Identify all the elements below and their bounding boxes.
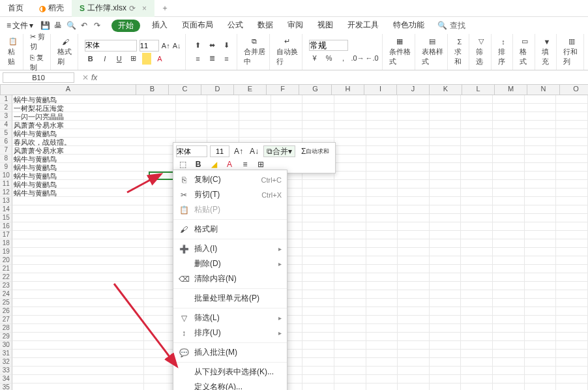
cm-clear[interactable]: ⌫清除内容(N) bbox=[173, 271, 287, 286]
cell[interactable] bbox=[493, 112, 525, 121]
cell[interactable] bbox=[144, 172, 176, 180]
row-header[interactable]: 16 bbox=[0, 222, 12, 231]
cell[interactable] bbox=[461, 231, 493, 239]
cell[interactable] bbox=[334, 129, 366, 138]
cell[interactable] bbox=[398, 324, 430, 333]
cm-sort[interactable]: ↕排序(U)▸ bbox=[173, 325, 287, 340]
cell[interactable] bbox=[430, 121, 462, 129]
redo-icon[interactable]: ↷ bbox=[92, 20, 102, 31]
cell[interactable] bbox=[207, 129, 239, 138]
cell[interactable] bbox=[430, 265, 462, 273]
cell[interactable] bbox=[556, 367, 588, 375]
cell[interactable] bbox=[525, 104, 557, 112]
align-left-icon[interactable]: ≡ bbox=[192, 53, 204, 65]
cell[interactable] bbox=[525, 231, 557, 239]
cell[interactable] bbox=[334, 316, 366, 324]
cell[interactable] bbox=[366, 299, 398, 307]
cell[interactable] bbox=[398, 231, 430, 239]
cell[interactable] bbox=[430, 180, 462, 188]
cell[interactable] bbox=[493, 138, 525, 146]
font-size-select[interactable] bbox=[140, 40, 159, 52]
cell[interactable] bbox=[525, 282, 557, 290]
cell[interactable] bbox=[430, 138, 462, 146]
cell[interactable] bbox=[430, 146, 462, 155]
row-header[interactable]: 32 bbox=[0, 358, 12, 367]
cell[interactable] bbox=[556, 239, 588, 248]
cut-button[interactable]: ✂ 剪切 bbox=[30, 32, 47, 52]
cell[interactable] bbox=[144, 273, 176, 282]
cell[interactable] bbox=[525, 214, 557, 222]
cell[interactable] bbox=[493, 375, 525, 383]
currency-icon[interactable]: ¥ bbox=[309, 52, 321, 64]
cell[interactable] bbox=[556, 256, 588, 265]
cell[interactable] bbox=[556, 155, 588, 163]
cell[interactable] bbox=[398, 367, 430, 375]
cell[interactable] bbox=[207, 112, 239, 121]
cell[interactable] bbox=[493, 121, 525, 129]
cell[interactable] bbox=[430, 307, 462, 316]
row-header[interactable]: 30 bbox=[0, 341, 12, 350]
cell[interactable] bbox=[144, 95, 176, 104]
cell[interactable] bbox=[334, 205, 366, 214]
ribbon-tab-special[interactable]: 特色功能 bbox=[390, 20, 427, 32]
mini-font-size[interactable] bbox=[210, 145, 229, 157]
cell[interactable] bbox=[366, 265, 398, 273]
cell[interactable] bbox=[461, 299, 493, 307]
cell[interactable] bbox=[525, 290, 557, 299]
cell[interactable] bbox=[525, 273, 557, 282]
cell[interactable] bbox=[556, 163, 588, 172]
cell[interactable] bbox=[144, 112, 176, 121]
cell[interactable] bbox=[461, 324, 493, 333]
cell[interactable] bbox=[239, 121, 271, 129]
cell[interactable] bbox=[302, 290, 334, 299]
row-header[interactable]: 6 bbox=[0, 138, 12, 146]
cell[interactable] bbox=[302, 383, 334, 390]
cell[interactable] bbox=[12, 290, 144, 299]
cell[interactable] bbox=[12, 383, 144, 390]
cell[interactable] bbox=[334, 188, 366, 197]
cell[interactable] bbox=[302, 341, 334, 350]
cell[interactable] bbox=[12, 197, 144, 205]
cell[interactable] bbox=[398, 155, 430, 163]
cell[interactable] bbox=[556, 188, 588, 197]
cell[interactable] bbox=[398, 112, 430, 121]
cell[interactable] bbox=[461, 104, 493, 112]
cell[interactable] bbox=[239, 112, 271, 121]
italic-button[interactable]: I bbox=[99, 53, 111, 65]
cell[interactable] bbox=[556, 307, 588, 316]
cell[interactable] bbox=[12, 248, 144, 256]
cell[interactable] bbox=[366, 197, 398, 205]
cell[interactable] bbox=[302, 367, 334, 375]
row-header[interactable]: 9 bbox=[0, 163, 12, 172]
cell[interactable] bbox=[461, 129, 493, 138]
cell[interactable] bbox=[12, 341, 144, 350]
cell[interactable] bbox=[144, 265, 176, 273]
cell[interactable]: 风萧萧兮易水寒 bbox=[12, 121, 144, 129]
cell[interactable] bbox=[12, 367, 144, 375]
cell[interactable] bbox=[144, 358, 176, 367]
cell[interactable] bbox=[334, 350, 366, 358]
cell[interactable] bbox=[239, 129, 271, 138]
file-menu[interactable]: ≡ 文件 ▾ bbox=[4, 20, 36, 31]
cancel-icon[interactable]: ✕ bbox=[82, 73, 89, 82]
cell[interactable] bbox=[239, 104, 271, 112]
cell[interactable] bbox=[144, 239, 176, 248]
row-header[interactable]: 7 bbox=[0, 146, 12, 155]
cell[interactable] bbox=[334, 239, 366, 248]
cell[interactable] bbox=[144, 290, 176, 299]
cell[interactable] bbox=[334, 155, 366, 163]
cell[interactable] bbox=[525, 95, 557, 104]
cell[interactable] bbox=[430, 188, 462, 197]
dec-decimal-icon[interactable]: ←.0 bbox=[366, 52, 378, 64]
cell[interactable] bbox=[556, 172, 588, 180]
cell[interactable] bbox=[525, 307, 557, 316]
cell[interactable] bbox=[366, 231, 398, 239]
cell[interactable] bbox=[461, 273, 493, 282]
cell[interactable] bbox=[430, 350, 462, 358]
align-top-icon[interactable]: ⬆ bbox=[192, 40, 204, 52]
cell[interactable] bbox=[12, 358, 144, 367]
col-header-F[interactable]: F bbox=[267, 85, 299, 95]
cell[interactable] bbox=[461, 188, 493, 197]
cell[interactable] bbox=[461, 197, 493, 205]
cell[interactable] bbox=[334, 375, 366, 383]
